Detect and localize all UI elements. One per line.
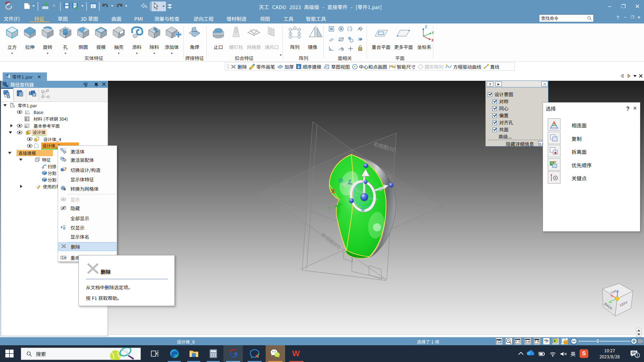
svg-text:X: X (431, 39, 434, 42)
svg-text:ab: ab (63, 256, 66, 259)
svg-text:英: 英 (571, 350, 576, 357)
svg-text:A: A (64, 188, 66, 191)
svg-text:Y: Y (432, 31, 434, 35)
svg-text:Z: Z (348, 179, 351, 184)
svg-text:x: x (29, 112, 30, 114)
svg-text:1: 1 (637, 354, 639, 357)
svg-text:X: X (331, 188, 335, 194)
svg-text:Y: Y (328, 206, 331, 212)
svg-text:W: W (292, 349, 300, 358)
svg-text:Z: Z (425, 25, 427, 29)
